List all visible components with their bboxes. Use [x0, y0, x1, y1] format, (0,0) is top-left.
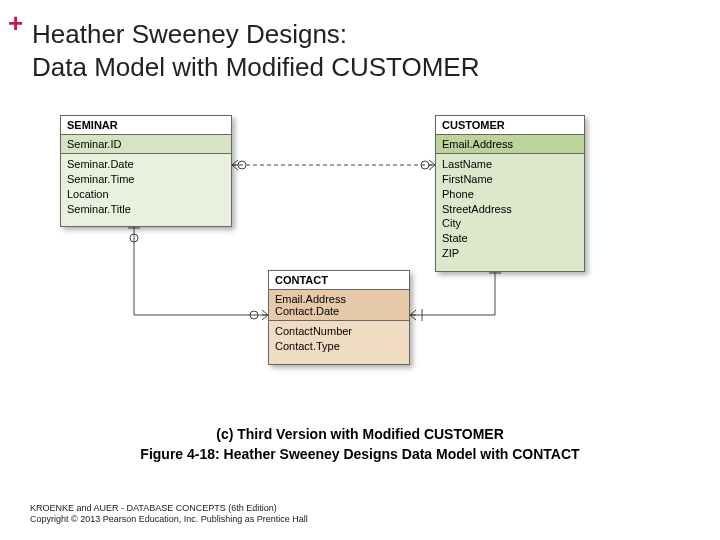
attr: Contact.Type: [275, 339, 403, 354]
attr: StreetAddress: [442, 202, 578, 217]
title-line-2: Data Model with Modified CUSTOMER: [32, 52, 479, 82]
svg-line-3: [232, 165, 238, 170]
accent-plus: +: [8, 8, 23, 39]
entity-contact-name: CONTACT: [269, 271, 409, 289]
entity-customer-attrs: LastName FirstName Phone StreetAddress C…: [436, 154, 584, 271]
entity-contact-attrs: ContactNumber Contact.Type: [269, 321, 409, 364]
caption-line-2: Figure 4-18: Heather Sweeney Designs Dat…: [140, 446, 579, 462]
attr: Seminar.Date: [67, 157, 225, 172]
figure-caption: (c) Third Version with Modified CUSTOMER…: [0, 425, 720, 464]
entity-seminar-name: SEMINAR: [61, 116, 231, 134]
svg-line-2: [232, 160, 238, 165]
attr: ZIP: [442, 246, 578, 261]
attr: City: [442, 216, 578, 231]
entity-customer-name: CUSTOMER: [436, 116, 584, 134]
entity-customer-pk: Email.Address: [436, 134, 584, 154]
attr: State: [442, 231, 578, 246]
entity-seminar-pk: Seminar.ID: [61, 134, 231, 154]
attr: Seminar.Title: [67, 202, 225, 217]
attr: Location: [67, 187, 225, 202]
er-diagram: SEMINAR Seminar.ID Seminar.Date Seminar.…: [0, 110, 720, 410]
attr: Seminar.Time: [67, 172, 225, 187]
entity-contact: CONTACT Email.Address Contact.Date Conta…: [268, 270, 410, 365]
attr: ContactNumber: [275, 324, 403, 339]
svg-line-22: [410, 315, 416, 320]
caption-line-1: (c) Third Version with Modified CUSTOMER: [216, 426, 504, 442]
page-title: Heather Sweeney Designs: Data Model with…: [32, 18, 479, 83]
svg-line-21: [410, 310, 416, 315]
pk-line: Email.Address: [275, 293, 403, 305]
attr: Phone: [442, 187, 578, 202]
entity-contact-pk: Email.Address Contact.Date: [269, 289, 409, 321]
title-line-1: Heather Sweeney Designs:: [32, 19, 347, 49]
footer-line-2: Copyright © 2013 Pearson Education, Inc.…: [30, 514, 308, 526]
entity-seminar-attrs: Seminar.Date Seminar.Time Location Semin…: [61, 154, 231, 226]
pk-line: Contact.Date: [275, 305, 403, 317]
attr: FirstName: [442, 172, 578, 187]
entity-customer: CUSTOMER Email.Address LastName FirstNam…: [435, 115, 585, 272]
entity-seminar: SEMINAR Seminar.ID Seminar.Date Seminar.…: [60, 115, 232, 227]
copyright-footer: KROENKE and AUER - DATABASE CONCEPTS (6t…: [30, 503, 308, 526]
footer-line-1: KROENKE and AUER - DATABASE CONCEPTS (6t…: [30, 503, 308, 515]
attr: LastName: [442, 157, 578, 172]
